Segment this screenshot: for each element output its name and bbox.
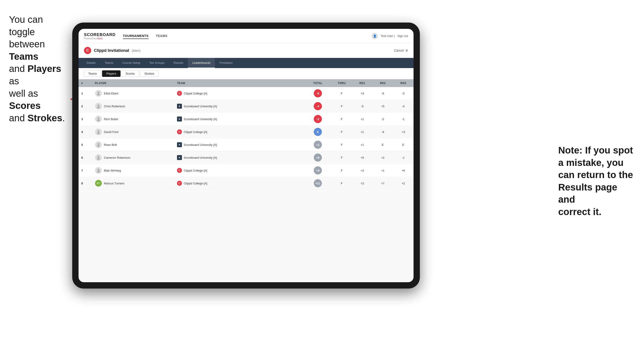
svg-point-7 <box>98 130 99 132</box>
svg-point-14 <box>97 171 100 173</box>
sign-out-link[interactable]: Sign out <box>397 34 408 38</box>
table-header-row: # PLAYER TEAM TOTAL THRU RD1 RD2 RD3 <box>78 79 414 87</box>
right-annotation-line2: a mistake, you <box>558 157 624 168</box>
cell-rank: 2 <box>78 100 92 113</box>
team-name: Scoreboard University [A] <box>184 143 217 147</box>
team-name: Scoreboard University [A] <box>184 156 217 159</box>
cell-team: CClippd College [A] <box>174 164 304 177</box>
annotation-line3: and <box>9 63 25 74</box>
cell-total: +11 <box>304 177 331 190</box>
sub-nav: Details Teams Course Setup Tee Groups Re… <box>78 58 414 68</box>
tablet-screen: SCOREBOARD Powered by clippd TOURNAMENTS… <box>78 29 414 282</box>
team-logo: C <box>177 91 182 96</box>
cell-rd2: +2 <box>372 151 393 164</box>
nav-link-teams[interactable]: TEAMS <box>156 33 168 39</box>
cell-thru: F <box>332 138 352 151</box>
tab-printables[interactable]: Printables <box>215 58 237 68</box>
cell-rd1: +1 <box>352 138 372 151</box>
right-annotation-line1: Note: If you spot <box>558 145 633 156</box>
score-badge: -8 <box>314 89 322 97</box>
svg-point-4 <box>97 107 100 108</box>
cell-thru: F <box>332 87 352 100</box>
cell-thru: F <box>332 151 352 164</box>
table-body: 1Elliot EbertCClippd College [A]-8F+3-6-… <box>78 87 414 190</box>
player-name: Cameron Robertson <box>104 156 130 159</box>
cell-rd1: +1 <box>352 126 372 138</box>
cell-rd2: -6 <box>372 87 393 100</box>
table-row: 7Blair McHargCClippd College [A]+9F+2+1+… <box>78 164 414 177</box>
player-name: Marcus Turners <box>104 182 124 185</box>
tab-leaderboards[interactable]: Leaderboards <box>188 58 215 68</box>
header-thru: THRU <box>332 79 352 87</box>
annotation-scores: Scores <box>9 100 41 111</box>
header-team: TEAM <box>174 79 304 87</box>
team-logo: ■ <box>177 142 182 147</box>
annotation-teams: Teams <box>9 51 38 62</box>
svg-point-12 <box>97 158 100 160</box>
toggle-teams-button[interactable]: Teams <box>84 70 101 77</box>
cell-rank: 5 <box>78 138 92 151</box>
cell-player: Rees Britt <box>92 138 174 151</box>
cell-total: +6 <box>304 151 331 164</box>
tournament-logo: C <box>84 47 91 54</box>
table-row: 8MTMarcus TurnersCClippd College [A]+11F… <box>78 177 414 190</box>
annotation-line2: between <box>9 39 45 49</box>
cell-rd3: +2 <box>393 177 414 190</box>
toggle-players-button[interactable]: Players <box>102 70 120 77</box>
nav-link-tournaments[interactable]: TOURNAMENTS <box>123 33 148 39</box>
cell-player: MTMarcus Turners <box>92 177 174 190</box>
annotation-line5: well as <box>9 88 38 99</box>
cell-total: +9 <box>304 164 331 177</box>
annotation-line4: as <box>9 76 19 86</box>
team-logo: C <box>177 168 182 173</box>
table-row: 2Chris Robertson■Scoreboard University [… <box>78 100 414 113</box>
cell-team: CClippd College [A] <box>174 126 304 138</box>
team-logo: ■ <box>177 155 182 160</box>
table-row: 6Cameron Robertson■Scoreboard University… <box>78 151 414 164</box>
header-rank: # <box>78 79 92 87</box>
cell-team: ■Scoreboard University [A] <box>174 151 304 164</box>
tournament-title-row: C Clippd Invitational (Men) <box>84 47 140 54</box>
team-name: Scoreboard University [A] <box>184 105 217 108</box>
player-avatar <box>95 103 102 110</box>
svg-point-1 <box>98 92 99 94</box>
toggle-scores-button[interactable]: Scores <box>122 70 139 77</box>
player-name: David Ford <box>104 130 118 134</box>
cell-player: David Ford <box>92 126 174 138</box>
tab-results[interactable]: Results <box>169 58 188 68</box>
cell-rank: 7 <box>78 164 92 177</box>
leaderboard-data-table: # PLAYER TEAM TOTAL THRU RD1 RD2 RD3 1El… <box>78 79 414 190</box>
scoreboard-logo: SCOREBOARD Powered by clippd <box>84 32 116 40</box>
svg-point-9 <box>98 143 99 145</box>
player-name: Elliot Ebert <box>104 92 118 95</box>
tab-course-setup[interactable]: Course Setup <box>118 58 145 68</box>
team-logo: ■ <box>177 104 182 109</box>
cell-rd3: -5 <box>393 87 414 100</box>
cancel-button[interactable]: Cancel ✕ <box>394 48 408 53</box>
cell-rank: 6 <box>78 151 92 164</box>
nav-right: 👤 Test User | Sign out <box>372 33 408 39</box>
tab-details[interactable]: Details <box>82 58 100 68</box>
tab-tee-groups[interactable]: Tee Groups <box>145 58 169 68</box>
cell-total: -4 <box>304 100 331 113</box>
user-icon: 👤 <box>372 33 378 39</box>
cell-total: E <box>304 126 331 138</box>
score-badge: +9 <box>314 166 322 174</box>
player-name: Rees Britt <box>104 143 117 147</box>
svg-point-11 <box>98 156 99 158</box>
cell-rank: 3 <box>78 113 92 126</box>
annotation-strokes: Strokes <box>28 113 62 123</box>
top-nav: SCOREBOARD Powered by clippd TOURNAMENTS… <box>78 29 414 43</box>
player-avatar <box>95 116 102 122</box>
score-badge: -2 <box>314 115 322 123</box>
tab-teams[interactable]: Teams <box>100 58 118 68</box>
team-name: Clippd College [A] <box>184 182 207 185</box>
annotation-line1: You can toggle <box>9 14 43 37</box>
cell-rd1: +2 <box>352 164 372 177</box>
toggle-strokes-button[interactable]: Strokes <box>140 70 158 77</box>
cell-rd1: +5 <box>352 151 372 164</box>
cell-rd3: +6 <box>393 164 414 177</box>
svg-point-6 <box>97 120 100 121</box>
cell-total: -2 <box>304 113 331 126</box>
tournament-gender: (Men) <box>132 49 140 52</box>
